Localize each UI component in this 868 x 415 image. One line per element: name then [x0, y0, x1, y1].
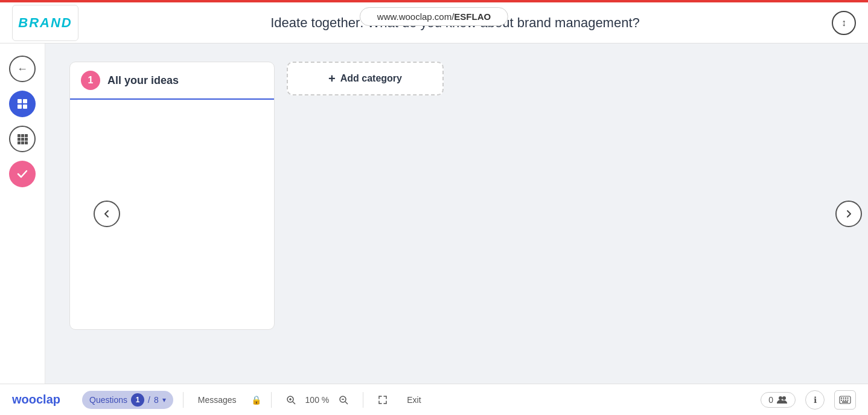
questions-badge: 1: [131, 393, 144, 407]
svg-rect-24: [843, 397, 844, 399]
messages-button[interactable]: Messages: [193, 393, 241, 407]
menu-button[interactable]: [9, 126, 36, 152]
questions-separator: /: [148, 395, 150, 405]
svg-rect-26: [847, 397, 849, 399]
svg-rect-11: [21, 141, 24, 144]
svg-rect-23: [841, 397, 842, 399]
svg-rect-0: [18, 99, 22, 103]
check-button[interactable]: [9, 161, 36, 187]
questions-total: 8: [154, 395, 159, 405]
main-area: ←: [0, 43, 868, 384]
svg-rect-29: [845, 399, 846, 401]
sort-button[interactable]: ↕: [832, 11, 856, 35]
exit-button[interactable]: Exit: [402, 393, 426, 407]
divider-2: [271, 392, 272, 408]
add-category-button[interactable]: + Add category: [287, 62, 444, 95]
svg-rect-9: [25, 138, 28, 141]
questions-label: Questions: [89, 395, 127, 405]
url-bar: www.wooclap.com/ESFLAO: [360, 7, 508, 26]
svg-rect-10: [18, 141, 21, 144]
participants-count: 0: [768, 395, 773, 405]
questions-pill[interactable]: Questions 1 / 8 ▾: [82, 391, 173, 409]
svg-line-18: [345, 402, 348, 404]
grid-view-button[interactable]: [9, 91, 36, 117]
category-name: All your ideas: [107, 74, 179, 87]
category-card-all-ideas: 1 All your ideas: [69, 62, 275, 330]
svg-rect-25: [845, 397, 846, 399]
svg-rect-30: [847, 399, 849, 401]
zoom-in-button[interactable]: [281, 393, 301, 407]
content-area: 1 All your ideas + Add category: [45, 43, 868, 384]
nav-right-button[interactable]: [835, 201, 862, 227]
svg-rect-27: [841, 399, 842, 401]
fullscreen-button[interactable]: [373, 393, 392, 407]
url-bold: ESFLAO: [454, 11, 491, 22]
zoom-out-button[interactable]: [334, 393, 353, 407]
category-header: 1 All your ideas: [70, 62, 274, 100]
svg-rect-3: [23, 105, 27, 109]
svg-point-20: [779, 396, 782, 400]
chevron-down-icon: ▾: [162, 396, 166, 404]
back-button[interactable]: ←: [9, 56, 36, 82]
svg-rect-5: [21, 134, 24, 137]
plus-icon: +: [328, 72, 336, 86]
svg-rect-8: [21, 138, 24, 141]
sidebar: ←: [0, 43, 45, 384]
nav-left-button[interactable]: [94, 201, 120, 227]
svg-line-14: [293, 402, 295, 404]
lock-icon: 🔒: [251, 395, 261, 405]
info-button[interactable]: ℹ: [805, 390, 825, 410]
svg-rect-31: [842, 401, 848, 402]
logo-box: BRAND: [12, 5, 78, 41]
info-icon: ℹ: [814, 395, 817, 405]
divider-3: [363, 392, 363, 408]
add-category-label: Add category: [340, 73, 402, 84]
svg-rect-2: [18, 105, 22, 109]
svg-rect-1: [23, 99, 27, 103]
divider-1: [183, 392, 183, 408]
svg-rect-4: [18, 134, 21, 137]
wooclap-brand: wooclap: [12, 393, 60, 407]
keyboard-button[interactable]: [834, 390, 856, 410]
bottom-bar: wooclap Questions 1 / 8 ▾ Messages 🔒 100…: [0, 384, 868, 415]
svg-rect-6: [25, 134, 28, 137]
logo-text: BRAND: [18, 15, 72, 31]
zoom-percentage: 100 %: [305, 395, 330, 405]
svg-rect-7: [18, 138, 21, 141]
participants-box: 0: [761, 392, 796, 408]
svg-rect-12: [25, 141, 28, 144]
url-text: www.wooclap.com/: [377, 11, 455, 22]
exit-label: Exit: [407, 395, 421, 405]
svg-point-21: [782, 396, 786, 400]
categories-row: 1 All your ideas + Add category: [69, 62, 844, 330]
zoom-area: 100 %: [281, 393, 354, 407]
category-number: 1: [81, 71, 100, 90]
svg-rect-28: [843, 399, 844, 401]
messages-label: Messages: [198, 395, 237, 405]
